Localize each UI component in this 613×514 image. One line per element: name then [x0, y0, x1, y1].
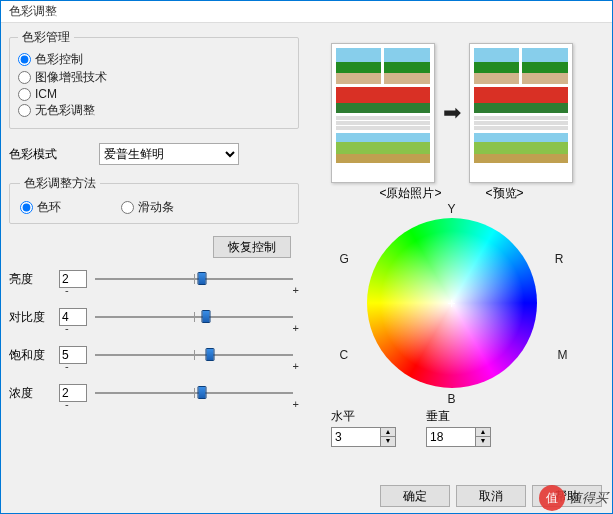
original-caption: <原始照片>	[379, 185, 441, 202]
color-adjust-dialog: 色彩调整 色彩管理 色彩控制 图像增强技术 ICM	[0, 0, 613, 514]
brightness-row: 亮度 -+	[9, 270, 299, 288]
ok-button[interactable]: 确定	[380, 485, 450, 507]
radio-icm-input[interactable]	[18, 88, 31, 101]
color-management-group: 色彩管理 色彩控制 图像增强技术 ICM 无色	[9, 29, 299, 129]
v-up-icon[interactable]: ▲	[476, 428, 490, 437]
color-mode-row: 色彩模式 爱普生鲜明	[9, 143, 299, 165]
cancel-button[interactable]: 取消	[456, 485, 526, 507]
radio-slider-method[interactable]: 滑动条	[121, 199, 174, 216]
preview-row: ➡	[303, 43, 600, 183]
wheel-crosshair-icon: +	[447, 295, 455, 311]
color-mode-label: 色彩模式	[9, 146, 99, 163]
density-label: 浓度	[9, 385, 59, 402]
wheel-label-b: B	[447, 392, 455, 406]
horizontal-label: 水平	[331, 408, 396, 425]
brightness-input[interactable]	[59, 270, 87, 288]
radio-no-adjust[interactable]: 无色彩调整	[18, 102, 290, 119]
density-slider[interactable]	[95, 386, 293, 400]
vertical-spinner[interactable]: ▲▼	[426, 427, 491, 447]
radio-color-ring[interactable]: 色环	[20, 199, 61, 216]
wheel-label-y: Y	[447, 202, 455, 216]
saturation-input[interactable]	[59, 346, 87, 364]
radio-slider-method-input[interactable]	[121, 201, 134, 214]
horizontal-spinner[interactable]: ▲▼	[331, 427, 396, 447]
density-input[interactable]	[59, 384, 87, 402]
restore-button[interactable]: 恢复控制	[213, 236, 291, 258]
help-button[interactable]: 帮助	[532, 485, 602, 507]
window-title: 色彩调整	[9, 4, 57, 18]
original-thumb	[331, 43, 435, 183]
contrast-input[interactable]	[59, 308, 87, 326]
wheel-label-c: C	[340, 348, 349, 362]
brightness-label: 亮度	[9, 271, 59, 288]
saturation-row: 饱和度 -+	[9, 346, 299, 364]
color-wheel-area: + Y R M B C G	[342, 204, 562, 404]
wheel-label-r: R	[555, 252, 564, 266]
hv-row: 水平 ▲▼ 垂直 ▲▼	[303, 408, 600, 447]
wheel-label-g: G	[340, 252, 349, 266]
left-column: 色彩管理 色彩控制 图像增强技术 ICM 无色	[9, 27, 299, 469]
color-management-legend: 色彩管理	[18, 29, 74, 46]
radio-icm[interactable]: ICM	[18, 87, 290, 101]
adjust-method-group: 色彩调整方法 色环 滑动条	[9, 175, 299, 224]
radio-no-adjust-input[interactable]	[18, 104, 31, 117]
contrast-row: 对比度 -+	[9, 308, 299, 326]
vertical-input[interactable]	[426, 427, 476, 447]
radio-color-control-input[interactable]	[18, 53, 31, 66]
adjust-method-legend: 色彩调整方法	[20, 175, 100, 192]
radio-image-enhance[interactable]: 图像增强技术	[18, 69, 290, 86]
dialog-body: 色彩管理 色彩控制 图像增强技术 ICM 无色	[1, 23, 612, 477]
color-wheel[interactable]: +	[367, 218, 537, 388]
preview-caption: <预览>	[486, 185, 524, 202]
contrast-label: 对比度	[9, 309, 59, 326]
h-down-icon[interactable]: ▼	[381, 437, 395, 446]
contrast-slider[interactable]	[95, 310, 293, 324]
preview-thumb	[469, 43, 573, 183]
right-column: ➡ <原始照片> <预览> + Y	[299, 27, 604, 469]
radio-color-ring-input[interactable]	[20, 201, 33, 214]
saturation-slider[interactable]	[95, 348, 293, 362]
radio-color-control[interactable]: 色彩控制	[18, 51, 290, 68]
arrow-icon: ➡	[443, 100, 461, 126]
density-row: 浓度 -+	[9, 384, 299, 402]
footer-buttons: 确定 取消 帮助	[380, 485, 602, 507]
saturation-label: 饱和度	[9, 347, 59, 364]
radio-image-enhance-input[interactable]	[18, 71, 31, 84]
h-up-icon[interactable]: ▲	[381, 428, 395, 437]
vertical-label: 垂直	[426, 408, 491, 425]
horizontal-input[interactable]	[331, 427, 381, 447]
brightness-slider[interactable]	[95, 272, 293, 286]
title-bar: 色彩调整	[1, 1, 612, 23]
v-down-icon[interactable]: ▼	[476, 437, 490, 446]
wheel-label-m: M	[558, 348, 568, 362]
color-mode-select[interactable]: 爱普生鲜明	[99, 143, 239, 165]
